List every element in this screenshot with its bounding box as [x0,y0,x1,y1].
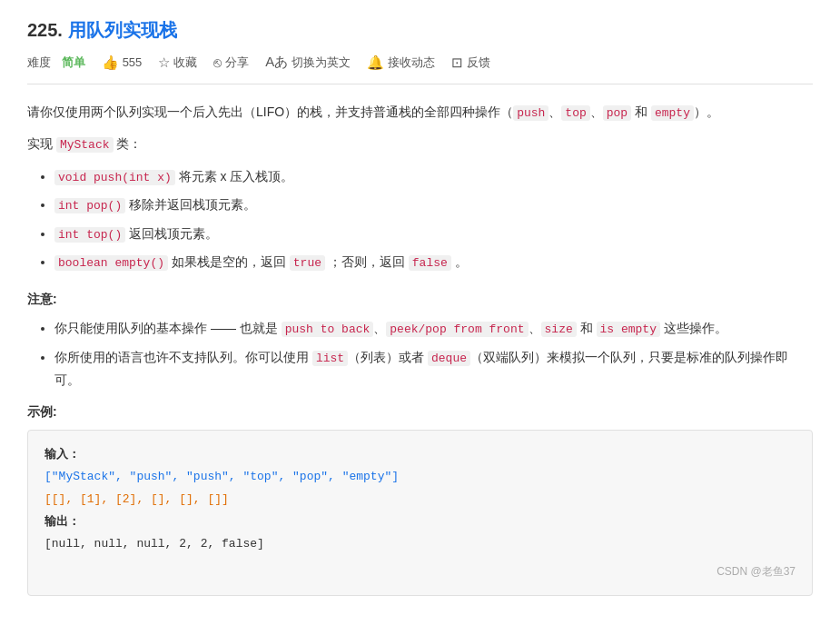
feedback-label: 反馈 [467,55,490,71]
translate-icon: Aあ [265,54,288,71]
alert-label: 接收动态 [388,55,435,71]
toolbar: 难度 简单 👍 555 ☆ 收藏 ⎋ 分享 Aあ 切换为英文 🔔 接收动态 ⊡ … [27,54,813,84]
code-is-empty: is empty [597,322,660,337]
collect-label: 收藏 [173,55,197,71]
thumbs-up-icon: 👍 [102,55,119,71]
example-input-line1: ["MyStack", "push", "push", "top", "pop"… [44,466,796,489]
star-icon: ☆ [158,55,170,71]
problem-title: 225. 用队列实现栈 [27,18,813,43]
code-peek-pop: peek/pop from front [386,322,528,337]
method-push: void push(int x) 将元素 x 压入栈顶。 [54,165,813,188]
like-count: 555 [123,55,143,69]
code-pop: pop [603,105,631,121]
csdn-watermark: CSDN @老鱼37 [44,561,796,582]
feedback-icon: ⊡ [451,55,463,71]
example-input-label: 输入： [44,443,796,466]
code-true: true [290,255,325,271]
example-output-line1: [null, null, null, 2, 2, false] [44,533,796,556]
code-empty: empty [651,105,694,121]
description-text: 请你仅使用两个队列实现一个后入先出（LIFO）的栈，并支持普通栈的全部四种操作（… [27,101,813,124]
method-pop: int pop() 移除并返回栈顶元素。 [54,193,813,216]
implement-text: 实现 MyStack 类： [27,133,813,155]
like-button[interactable]: 👍 555 [102,55,143,71]
collect-button[interactable]: ☆ 收藏 [158,55,197,71]
code-top: top [561,105,589,121]
feedback-button[interactable]: ⊡ 反馈 [451,55,490,71]
note-item-1: 你只能使用队列的基本操作 —— 也就是 push to back、peek/po… [54,317,813,340]
code-deque: deque [428,351,470,366]
code-method-empty: boolean empty() [54,255,168,271]
example-box: 输入： ["MyStack", "push", "push", "top", "… [27,430,813,595]
share-label: 分享 [225,55,249,71]
code-size: size [541,322,577,337]
example-output-label: 输出： [44,511,796,533]
example-input-line2: [[], [1], [2], [], [], []] [44,489,796,511]
problem-name[interactable]: 用队列实现栈 [68,20,177,40]
share-icon: ⎋ [213,55,222,70]
code-push: push [513,105,548,121]
page-container: 225. 用队列实现栈 难度 简单 👍 555 ☆ 收藏 ⎋ 分享 Aあ 切换为… [0,0,840,614]
notes-list: 你只能使用队列的基本操作 —— 也就是 push to back、peek/po… [27,317,813,392]
example-section: 示例: 输入： ["MyStack", "push", "push", "top… [27,404,813,595]
switch-lang-label: 切换为英文 [292,55,351,71]
note-title: 注意: [27,292,813,308]
problem-description: 请你仅使用两个队列实现一个后入先出（LIFO）的栈，并支持普通栈的全部四种操作（… [27,101,813,273]
method-empty: boolean empty() 如果栈是空的，返回 true ；否则，返回 fa… [54,251,813,273]
code-list: list [312,351,348,366]
code-false: false [409,255,451,271]
difficulty-label: 难度 简单 [27,55,85,71]
note-section: 注意: 你只能使用队列的基本操作 —— 也就是 push to back、pee… [27,292,813,392]
example-title: 示例: [27,404,813,421]
share-button[interactable]: ⎋ 分享 [213,55,249,71]
switch-lang-button[interactable]: Aあ 切换为英文 [265,54,351,71]
problem-number: 225. [27,20,63,40]
methods-list: void push(int x) 将元素 x 压入栈顶。 int pop() 移… [27,165,813,274]
alert-button[interactable]: 🔔 接收动态 [367,55,435,71]
code-method-top: int top() [54,227,125,243]
method-top: int top() 返回栈顶元素。 [54,223,813,245]
code-method-push: void push(int x) [54,170,175,185]
code-mystack: MyStack [56,137,114,153]
code-push-to-back: push to back [282,322,374,337]
note-item-2: 你所使用的语言也许不支持队列。你可以使用 list（列表）或者 deque（双端… [54,346,813,392]
bell-icon: 🔔 [367,55,384,71]
code-method-pop: int pop() [54,198,125,213]
